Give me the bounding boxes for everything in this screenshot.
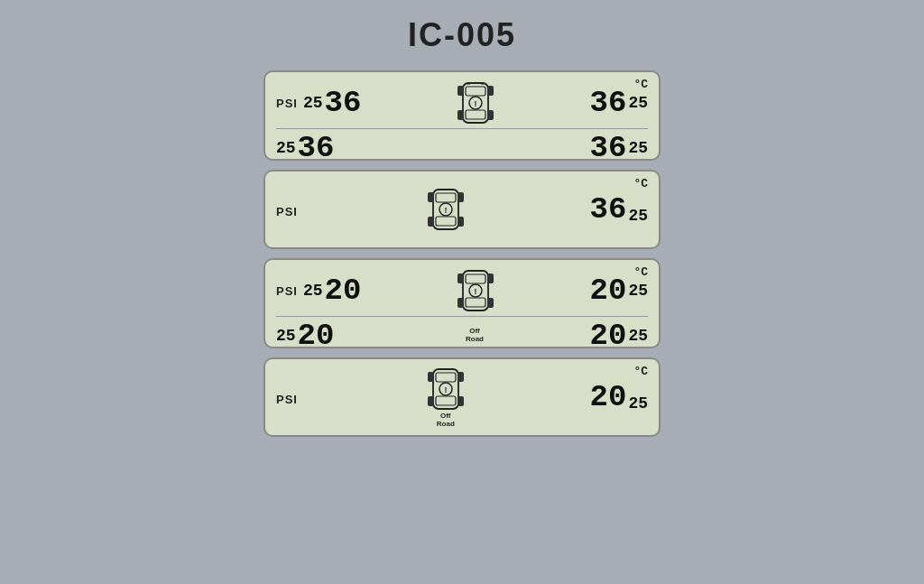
car-svg-1: ! (454, 79, 497, 126)
panel4-right-large: 20 (590, 382, 627, 413)
panel1-bot-left-large: 36 (298, 133, 335, 163)
svg-rect-31 (436, 396, 456, 405)
panel4-right-small: 25 (628, 394, 648, 413)
panel3-bot-left-large: 20 (298, 320, 335, 351)
panel3-bot-right-small: 25 (628, 327, 648, 345)
panel3-top-right-large: 20 (590, 275, 627, 306)
svg-rect-6 (487, 110, 494, 120)
panel4-psi-label: PSI (276, 393, 298, 406)
panel2-celsius: °C (633, 177, 648, 190)
svg-rect-1 (466, 87, 485, 96)
panel3-top-left-small: 25 (303, 282, 323, 300)
svg-rect-5 (457, 110, 464, 120)
page-title: IC-005 (408, 16, 516, 54)
svg-text:!: ! (474, 99, 476, 108)
svg-rect-2 (466, 110, 485, 119)
panel-1: °C PSI 25 36 (263, 70, 661, 161)
panel2-right-large: 36 (590, 194, 627, 225)
panel3-top-left-large: 20 (325, 275, 362, 306)
svg-rect-4 (487, 86, 494, 96)
svg-rect-21 (466, 274, 485, 283)
svg-text:!: ! (444, 385, 447, 394)
car-svg-2: ! (424, 186, 467, 233)
svg-rect-32 (428, 372, 434, 382)
panel1-top-left-small: 25 (303, 94, 323, 112)
panel3-bot-left-small: 25 (276, 327, 296, 345)
panel1-top-right-large: 36 (590, 88, 627, 118)
svg-rect-3 (457, 86, 464, 96)
panel4-car-icon: ! (424, 366, 467, 413)
panel1-celsius: °C (633, 78, 648, 91)
svg-rect-30 (436, 373, 456, 382)
panel3-bot-right-large: 20 (590, 320, 627, 351)
panel3-top-right-small: 25 (628, 282, 648, 300)
svg-rect-33 (457, 372, 464, 382)
panel1-top-left-large: 36 (325, 88, 362, 118)
panel-4: °C PSI ! (263, 357, 661, 437)
panel1-bot-left-small: 25 (276, 139, 296, 157)
svg-rect-22 (466, 298, 485, 307)
svg-rect-12 (436, 193, 456, 202)
svg-rect-23 (457, 273, 464, 283)
svg-rect-15 (457, 192, 464, 202)
svg-rect-24 (487, 273, 494, 283)
svg-rect-14 (428, 192, 434, 202)
panel4-offroad-label: Off Road (437, 413, 455, 429)
panel1-car-icon: ! (454, 79, 497, 126)
panel3-offroad-label: Off Road (466, 328, 484, 344)
svg-rect-17 (457, 217, 464, 227)
panel1-psi-label: PSI (276, 97, 298, 110)
panel3-car-icon: ! (454, 267, 497, 314)
panel1-bot-right-large: 36 (590, 133, 627, 163)
svg-rect-13 (436, 217, 456, 226)
panel1-top-right-small: 25 (628, 94, 648, 112)
panel3-celsius: °C (633, 265, 648, 279)
svg-rect-16 (428, 217, 434, 227)
svg-text:!: ! (474, 287, 476, 296)
svg-rect-25 (457, 298, 464, 308)
svg-rect-26 (487, 298, 494, 308)
svg-text:!: ! (444, 206, 447, 215)
panels-container: °C PSI 25 36 (263, 70, 661, 437)
svg-rect-35 (457, 396, 464, 406)
panel-2: °C PSI ! 36 25 (263, 170, 661, 249)
panel2-right-small: 25 (628, 207, 648, 225)
car-svg-3: ! (454, 267, 497, 314)
svg-rect-34 (428, 396, 434, 406)
panel1-bot-right-small: 25 (628, 139, 648, 157)
panel4-celsius: °C (633, 365, 648, 378)
panel2-car-icon: ! (424, 186, 467, 233)
panel2-psi-label: PSI (276, 205, 298, 218)
panel-3: °C PSI 25 20 (263, 258, 661, 348)
car-svg-4: ! (424, 366, 467, 413)
panel3-psi-label: PSI (276, 284, 298, 298)
